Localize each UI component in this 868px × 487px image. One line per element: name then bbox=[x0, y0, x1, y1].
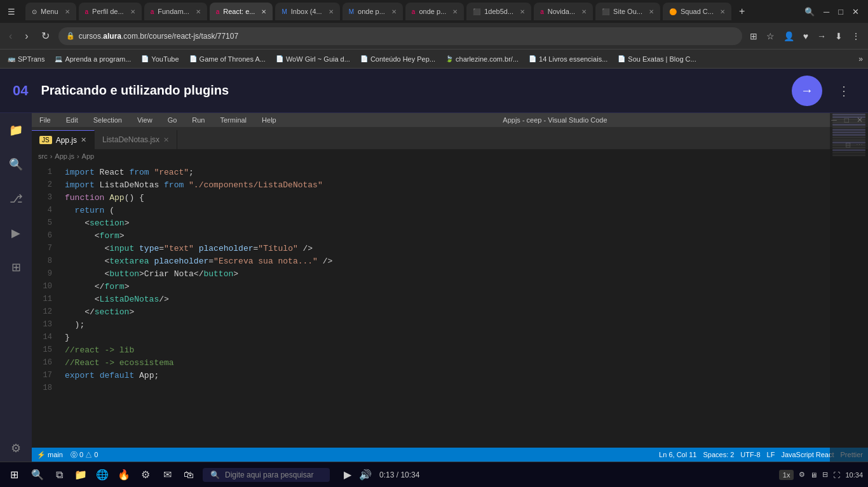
bookmark-icon[interactable]: ☆ bbox=[764, 30, 777, 43]
taskbar-fire-icon[interactable]: 🔥 bbox=[114, 465, 134, 485]
taskbar-chrome-icon[interactable]: 🌐 bbox=[92, 465, 112, 485]
tab-siteou[interactable]: ⬛ Site Ou... ✕ bbox=[595, 3, 660, 20]
bookmark-sptrans[interactable]: 🚌 SPTrans bbox=[5, 54, 47, 64]
close-button[interactable]: ✕ bbox=[848, 6, 863, 18]
profile-icon[interactable]: 👤 bbox=[781, 30, 797, 43]
tab-novida[interactable]: a Novida... ✕ bbox=[534, 3, 593, 20]
tab-squad[interactable]: 🟠 Squad C... ✕ bbox=[663, 3, 731, 20]
tab-1deb5d[interactable]: ⬛ 1deb5d... ✕ bbox=[466, 3, 531, 20]
search-icon[interactable]: 🔍 bbox=[801, 6, 818, 18]
tab-close-ondep2[interactable]: ✕ bbox=[452, 8, 458, 15]
menu-file[interactable]: File bbox=[37, 115, 53, 125]
tab-close-squad[interactable]: ✕ bbox=[720, 8, 725, 15]
status-errors[interactable]: ⓪ 0 △ 0 bbox=[71, 450, 98, 460]
vscode-tab-close-listadenotas[interactable]: ✕ bbox=[163, 136, 169, 144]
taskbar-mail-icon[interactable]: ✉ bbox=[157, 465, 177, 485]
menu-selection[interactable]: Selection bbox=[91, 115, 125, 125]
status-eol[interactable]: LF bbox=[767, 451, 775, 458]
volume-button[interactable]: 🔊 bbox=[359, 469, 372, 481]
menu-terminal[interactable]: Terminal bbox=[218, 115, 250, 125]
status-branch[interactable]: ⚡ main bbox=[37, 451, 63, 459]
minimize-button[interactable]: ─ bbox=[820, 6, 833, 18]
tab-menu[interactable]: ⊙ Menu ✕ bbox=[25, 3, 76, 20]
back-button[interactable]: ‹ bbox=[5, 28, 16, 44]
status-line-col[interactable]: Ln 6, Col 11 bbox=[659, 451, 696, 458]
taskbar-search-bar[interactable]: 🔍 Digite aqui para pesquisar bbox=[203, 468, 330, 482]
bookmark-label-aprenda: Aprenda a program... bbox=[65, 55, 131, 63]
reload-button[interactable]: ↻ bbox=[37, 27, 53, 44]
vscode-explorer-icon[interactable]: 📁 bbox=[5, 119, 27, 141]
browser-menu-icon[interactable]: ☰ bbox=[5, 6, 18, 18]
maximize-button[interactable]: □ bbox=[834, 6, 847, 18]
tab-fundam[interactable]: a Fundam... ✕ bbox=[144, 3, 207, 20]
tab-close-react[interactable]: ✕ bbox=[261, 8, 266, 15]
bookmark-14livros[interactable]: 📄 14 Livros essenciais... bbox=[526, 54, 610, 64]
bookmark-charle[interactable]: 🍃 charlezine.com.br/... bbox=[443, 54, 521, 64]
tab-react[interactable]: a React: e... ✕ bbox=[210, 3, 273, 20]
settings-icon[interactable]: ⚙ bbox=[799, 470, 805, 479]
fullscreen-icon[interactable]: ⛶ bbox=[833, 471, 840, 479]
bookmark-aprenda[interactable]: 💻 Aprenda a program... bbox=[52, 54, 133, 64]
forward-button[interactable]: › bbox=[21, 28, 32, 44]
taskbar-store-icon[interactable]: 🛍 bbox=[179, 465, 199, 485]
vscode-git-icon[interactable]: ⎇ bbox=[6, 188, 27, 210]
tab-close-siteou[interactable]: ✕ bbox=[649, 8, 654, 15]
tab-close-ondep[interactable]: ✕ bbox=[391, 8, 397, 15]
menu-run[interactable]: Run bbox=[189, 115, 207, 125]
tab-close-perfil[interactable]: ✕ bbox=[130, 8, 135, 15]
bookmark-conteudo[interactable]: 📄 Conteúdo Hey Pep... bbox=[358, 54, 438, 64]
address-bar[interactable]: 🔒 cursos.alura.com.br/course/react-js/ta… bbox=[58, 27, 742, 45]
start-button[interactable]: ⊞ bbox=[5, 466, 24, 483]
next-lesson-button[interactable]: → bbox=[792, 76, 822, 106]
breadcrumb-app[interactable]: App bbox=[82, 152, 95, 160]
tab-ondep2[interactable]: a onde p... ✕ bbox=[405, 3, 464, 20]
taskbar-search-icon[interactable]: 🔍 bbox=[27, 465, 48, 485]
vscode-settings-icon[interactable]: ⚙ bbox=[7, 438, 25, 458]
grid-icon[interactable]: ⊞ bbox=[747, 30, 760, 43]
monitor-icon[interactable]: 🖥 bbox=[810, 471, 817, 479]
menu-view[interactable]: View bbox=[135, 115, 155, 125]
status-encoding[interactable]: UTF-8 bbox=[740, 451, 760, 458]
status-spaces[interactable]: Spaces: 2 bbox=[703, 451, 734, 458]
code-area[interactable]: import React from "react"; import ListaD… bbox=[57, 163, 868, 448]
bookmark-wow[interactable]: 📄 WoW Girl ~ Guia d... bbox=[273, 54, 353, 64]
menu-dots-icon[interactable]: ⋮ bbox=[849, 30, 863, 43]
taskbar-settings-icon[interactable]: ⚙ bbox=[135, 465, 156, 485]
download-icon[interactable]: ⬇ bbox=[832, 30, 845, 43]
window-mode-icon[interactable]: ⊟ bbox=[822, 470, 828, 479]
menu-go[interactable]: Go bbox=[165, 115, 180, 125]
breadcrumb-src[interactable]: src bbox=[38, 152, 48, 160]
arrow-right-icon[interactable]: → bbox=[815, 30, 829, 43]
tab-close-menu[interactable]: ✕ bbox=[65, 8, 70, 15]
tab-close-1deb5d[interactable]: ✕ bbox=[520, 8, 525, 15]
tab-close-novida[interactable]: ✕ bbox=[581, 8, 587, 15]
taskbar-multitask-icon[interactable]: ⧉ bbox=[49, 465, 69, 485]
status-language[interactable]: JavaScript React bbox=[781, 451, 834, 458]
menu-edit[interactable]: Edit bbox=[64, 115, 81, 125]
heart-icon[interactable]: ♥ bbox=[801, 30, 811, 43]
course-more-button[interactable]: ⋮ bbox=[832, 78, 855, 103]
vscode-debug-icon[interactable]: ▶ bbox=[8, 222, 24, 244]
vscode-tab-appjs[interactable]: JS App.js ✕ bbox=[32, 130, 95, 149]
tab-close-fundam[interactable]: ✕ bbox=[196, 8, 201, 15]
vscode-tab-listadenotas[interactable]: ListaDeNotas.jsx ✕ bbox=[95, 130, 177, 149]
vscode-search-icon[interactable]: 🔍 bbox=[5, 154, 27, 175]
bookmarks-more-button[interactable]: » bbox=[858, 55, 863, 63]
bookmark-souexatas[interactable]: 📄 Sou Exatas | Blog C... bbox=[615, 54, 698, 64]
new-tab-button[interactable]: + bbox=[734, 6, 750, 17]
tab-perfil[interactable]: a Perfil de... ✕ bbox=[79, 3, 142, 20]
play-button[interactable]: ▶ bbox=[344, 469, 351, 481]
speed-badge[interactable]: 1x bbox=[779, 470, 794, 480]
vscode-tab-close-appjs[interactable]: ✕ bbox=[81, 136, 86, 144]
menu-help[interactable]: Help bbox=[259, 115, 279, 125]
tab-inbox1[interactable]: M Inbox (4... ✕ bbox=[275, 3, 339, 20]
total-time: 10:34 bbox=[400, 470, 419, 479]
bookmark-youtube[interactable]: 📄 YouTube bbox=[139, 54, 181, 64]
breadcrumb-appjs[interactable]: App.js bbox=[55, 152, 74, 160]
vscode-extensions-icon[interactable]: ⊞ bbox=[8, 257, 25, 278]
tab-ondep[interactable]: M onde p... ✕ bbox=[342, 3, 403, 20]
bookmark-got[interactable]: 📄 Game of Thrones A... bbox=[187, 54, 268, 64]
code-line-16: //React -> ecossistema bbox=[65, 356, 860, 369]
taskbar-explorer-icon[interactable]: 📁 bbox=[71, 465, 91, 485]
tab-close-inbox1[interactable]: ✕ bbox=[329, 8, 334, 15]
